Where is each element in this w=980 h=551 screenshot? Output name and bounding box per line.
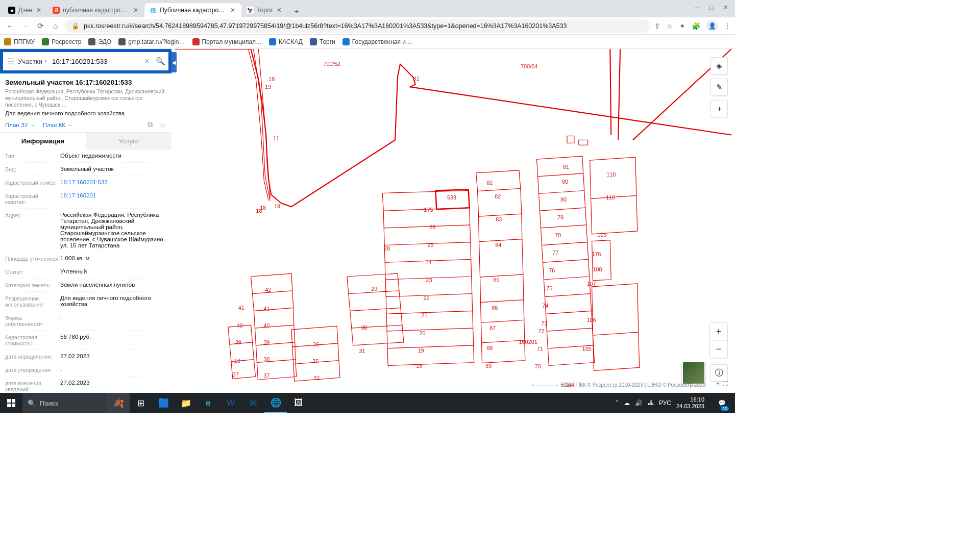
search-category[interactable]: Участки▾ — [18, 58, 49, 65]
tray-chevron-icon[interactable]: ˄ — [616, 399, 619, 407]
share-icon[interactable]: ⇪ — [654, 22, 660, 30]
tray-notifications[interactable]: 💬20 — [713, 393, 731, 413]
window-close-icon[interactable]: ✕ — [723, 4, 728, 11]
favicon-icon: 🦅 — [247, 7, 254, 14]
bookmark-favicon-icon — [269, 38, 276, 45]
profile-avatar[interactable]: 👤 — [706, 20, 718, 32]
property-value[interactable]: 16:17:160201 — [60, 192, 166, 198]
tasks-icon[interactable]: 🍂 — [107, 393, 130, 413]
star-icon[interactable]: ☆ — [667, 22, 673, 30]
tray-lang[interactable]: РУС — [659, 399, 671, 407]
zoom-in-button[interactable]: + — [710, 323, 727, 340]
map-canvas[interactable]: 700/52700/648153317511822619181825288242… — [172, 49, 735, 393]
url-field[interactable]: 🔒 pkk.rosreestr.ru/#/search/54.762418989… — [65, 19, 650, 33]
back-button[interactable]: ← — [4, 20, 15, 32]
parcel-label: 88 — [486, 345, 493, 351]
add-button[interactable]: ＋ — [710, 100, 728, 117]
parcel-label: 109 — [597, 232, 606, 238]
tab-close-icon[interactable]: ✕ — [229, 7, 236, 14]
parcel-label: 37 — [263, 372, 270, 379]
parcel-label: 80 — [560, 196, 567, 203]
parcel-label: 110 — [606, 171, 616, 178]
browser-tab[interactable]: Япубличная кадастровая карта - …✕ — [47, 3, 144, 17]
layers-button[interactable]: ◈ — [710, 57, 728, 74]
tab-close-icon[interactable]: ✕ — [132, 7, 139, 14]
plan-kk-link[interactable]: План КК → — [43, 122, 73, 128]
help-button[interactable]: ⓘ — [710, 364, 728, 382]
bookmark-label: Портал муниципал… — [202, 38, 262, 45]
parcel-label: 21 — [421, 312, 427, 318]
puzzle-icon[interactable]: 🧩 — [692, 22, 700, 30]
property-key: Площадь уточненная: — [5, 255, 60, 262]
bookmark-item[interactable]: Портал муниципал… — [192, 38, 262, 45]
browser-tab[interactable]: ★Дзен✕ — [3, 3, 47, 17]
property-key: Форма собственности: — [5, 314, 60, 327]
bookmark-item[interactable]: ЭДО — [88, 38, 111, 45]
extensions-icon[interactable]: ✦ — [679, 22, 685, 30]
search-icon[interactable]: 🔍 — [153, 57, 168, 66]
taskview-icon[interactable]: ⊞ — [130, 393, 152, 413]
plan-zu-link[interactable]: План ЗУ → — [5, 122, 36, 128]
browser-tab[interactable]: 🦅Торги✕ — [241, 3, 288, 17]
tab-close-icon[interactable]: ✕ — [276, 7, 283, 14]
bookmarks-bar: ППГМУРосреестрЭДОgmp.tatar.ru/?login…Пор… — [0, 35, 735, 49]
bookmark-item[interactable]: Государственная и… — [342, 38, 412, 45]
word-icon[interactable]: W — [219, 393, 242, 413]
basemap-thumbnail[interactable] — [682, 361, 705, 385]
tab-title: Публичная кадастровая карта — [160, 7, 226, 14]
property-row: Кадастровая стоимость:56 780 руб. — [5, 330, 166, 349]
tab-information[interactable]: Информация — [0, 133, 86, 149]
edge-icon[interactable]: 🟦 — [152, 393, 175, 413]
browser-tab[interactable]: 🌐Публичная кадастровая карта✕ — [144, 3, 241, 17]
fullscreen-icon[interactable]: ⛶ — [723, 381, 728, 387]
locate-icon[interactable]: ⌖ — [717, 381, 720, 387]
chrome-icon[interactable]: 🌐 — [264, 393, 287, 413]
parcel-label: 28 — [384, 245, 390, 252]
bookmark-item[interactable]: Торги — [310, 38, 335, 45]
property-row: Разрешенное использование:Для ведения ли… — [5, 291, 166, 311]
tray-network-icon[interactable]: 🖧 — [648, 399, 654, 407]
edit-button[interactable]: ✎ — [710, 79, 728, 96]
forward-button: → — [19, 20, 31, 32]
search-input[interactable] — [49, 58, 141, 65]
outlook-icon[interactable]: ✉ — [242, 393, 264, 413]
window-minimize-icon[interactable]: — — [694, 4, 700, 10]
bookmark-item[interactable]: Росреестр — [42, 38, 81, 45]
tray-clock[interactable]: 16:10 24.03.2023 — [676, 396, 707, 409]
bookmark-item[interactable]: gmp.tatar.ru/?login… — [118, 38, 185, 45]
bookmark-label: Торги — [320, 38, 335, 45]
clear-icon[interactable]: ✕ — [141, 57, 153, 65]
parcel-label: 700/52 — [323, 61, 340, 67]
parcel-label: 87 — [489, 325, 496, 331]
tab-title: публичная кадастровая карта - … — [63, 7, 129, 14]
parcel-label: 19 — [265, 84, 271, 90]
tray-volume-icon[interactable]: 🔊 — [635, 399, 643, 407]
menu-icon[interactable]: ⋮ — [724, 22, 731, 30]
taskbar-search[interactable]: 🔍 Поиск — [22, 393, 107, 413]
window-maximize-icon[interactable]: ▢ — [709, 4, 714, 11]
parcel-label: 160201 — [519, 339, 537, 345]
bookmark-label: КАСКАД — [279, 38, 303, 45]
ie-icon[interactable]: e — [197, 393, 219, 413]
parcel-label: 82 — [495, 193, 501, 199]
taskbar-pinned: 🍂 ⊞ 🟦 📁 e W ✉ 🌐 🖼 — [107, 393, 309, 413]
new-tab-button[interactable]: + — [290, 4, 303, 17]
explorer-icon[interactable]: 📁 — [175, 393, 197, 413]
property-value[interactable]: 16:17:160201:533 — [60, 179, 166, 185]
reload-button[interactable]: ⟳ — [35, 20, 46, 32]
sidebar-collapse-button[interactable]: ◀ — [172, 52, 177, 72]
zoom-out-button[interactable]: − — [710, 340, 727, 358]
bookmark-item[interactable]: КАСКАД — [269, 38, 303, 45]
screenshot-icon[interactable]: ⧉ — [148, 120, 153, 129]
favorite-icon[interactable]: ☆ — [160, 121, 166, 129]
home-button[interactable]: ⌂ — [50, 20, 61, 32]
tray-onedrive-icon[interactable]: ☁ — [624, 399, 630, 407]
hamburger-icon[interactable]: ☰ — [3, 57, 18, 66]
start-button[interactable] — [0, 393, 22, 413]
window-controls: — ▢ ✕ — [687, 0, 735, 14]
tab-services[interactable]: Услуги — [86, 133, 172, 149]
photos-icon[interactable]: 🖼 — [287, 393, 309, 413]
bookmark-item[interactable]: ППГМУ — [4, 38, 35, 45]
parcel-label: 106 — [587, 317, 596, 323]
tab-close-icon[interactable]: ✕ — [35, 7, 42, 14]
